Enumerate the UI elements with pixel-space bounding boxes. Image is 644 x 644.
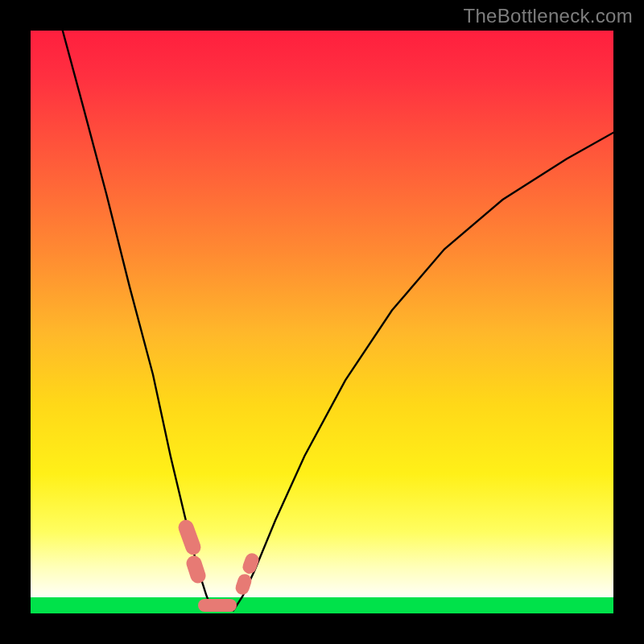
chart-curve-layer xyxy=(31,31,613,613)
chart-frame: TheBottleneck.com xyxy=(0,0,644,644)
curve-right-leg xyxy=(233,133,613,611)
right-lower-blob xyxy=(233,572,254,597)
watermark-text: TheBottleneck.com xyxy=(463,5,633,27)
bottom-green-band xyxy=(31,597,613,613)
left-lower-blob xyxy=(184,554,208,585)
valley-blob xyxy=(198,599,237,612)
right-upper-blob xyxy=(241,551,261,576)
left-upper-blob xyxy=(175,518,202,558)
chart-plot-area xyxy=(31,31,613,613)
